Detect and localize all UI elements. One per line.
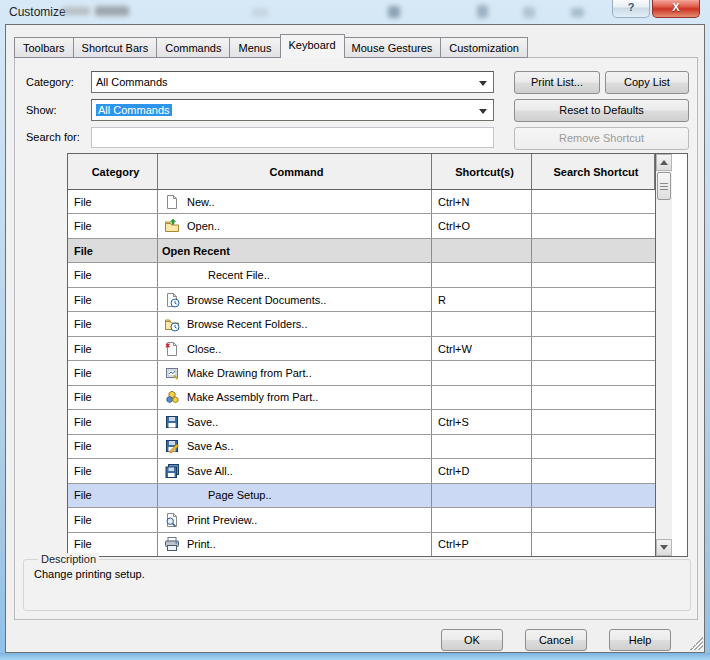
new-document-icon: [164, 194, 180, 210]
table-row[interactable]: File Recent File..: [68, 263, 655, 287]
tab-customization[interactable]: Customization: [441, 37, 528, 58]
tab-shortcut-bars[interactable]: Shortcut Bars: [74, 37, 158, 58]
tab-menus[interactable]: Menus: [230, 37, 280, 58]
row-command: Make Assembly from Part..: [187, 391, 318, 403]
triangle-up-icon: [660, 160, 668, 165]
blurred-decoration: [95, 6, 129, 16]
table-row[interactable]: File Open Recent: [68, 239, 655, 263]
triangle-down-icon: [660, 545, 668, 550]
tab-toolbars[interactable]: Toolbars: [14, 37, 74, 58]
save-all-icon: [164, 463, 180, 479]
save-as-icon: [164, 438, 180, 454]
table-row[interactable]: File Save All.. Ctrl+D: [68, 459, 655, 483]
vertical-scrollbar[interactable]: [655, 154, 672, 556]
column-header-command[interactable]: Command: [158, 154, 432, 189]
table-row[interactable]: File Browse Recent Folders..: [68, 312, 655, 336]
row-category: File: [74, 391, 92, 403]
search-input[interactable]: [91, 127, 494, 148]
remove-shortcut-button[interactable]: Remove Shortcut: [514, 127, 689, 150]
copy-list-label: Copy List: [624, 76, 670, 88]
row-category: File: [74, 538, 92, 550]
tab-mouse-gestures[interactable]: Mouse Gestures: [344, 37, 442, 58]
row-category: File: [74, 465, 92, 477]
row-category: File: [74, 269, 92, 281]
table-row[interactable]: File Save.. Ctrl+S: [68, 410, 655, 434]
print-list-label: Print List...: [531, 76, 583, 88]
copy-list-button[interactable]: Copy List: [605, 71, 689, 94]
row-category: File: [74, 245, 93, 257]
scroll-down-button[interactable]: [656, 539, 672, 556]
make-assembly-icon: [164, 389, 180, 405]
window-frame: Customize ? X ToolbarsShortcut BarsComma…: [0, 0, 710, 660]
window-title: Customize: [9, 5, 66, 19]
row-command: Recent File..: [208, 269, 270, 281]
description-text: Change printing setup.: [34, 568, 145, 580]
table-row[interactable]: File Browse Recent Documents.. R: [68, 288, 655, 312]
row-category: File: [74, 416, 92, 428]
show-dropdown[interactable]: All Commands: [91, 99, 494, 121]
table-row[interactable]: File Open.. Ctrl+O: [68, 214, 655, 238]
row-shortcut: Ctrl+S: [438, 416, 469, 428]
chevron-down-icon: [479, 109, 487, 114]
help-caption-button[interactable]: ?: [612, 0, 650, 18]
row-shortcut: Ctrl+O: [438, 220, 470, 232]
blurred-decoration: [252, 8, 268, 17]
row-command: Save All..: [187, 465, 233, 477]
row-command: New..: [187, 196, 215, 208]
row-command: Open Recent: [162, 245, 230, 257]
remove-shortcut-label: Remove Shortcut: [559, 132, 644, 144]
reset-to-defaults-button[interactable]: Reset to Defaults: [514, 99, 689, 122]
row-command: Print Preview..: [187, 514, 257, 526]
blurred-decoration: [571, 8, 584, 17]
close-button[interactable]: X: [652, 0, 700, 18]
blurred-decoration: [523, 7, 535, 18]
row-category: File: [74, 220, 92, 232]
shortcuts-table: Category Command Shortcut(s) Search Shor…: [67, 153, 688, 557]
print-list-button[interactable]: Print List...: [514, 71, 600, 94]
table-row[interactable]: File Print Preview..: [68, 508, 655, 532]
ok-button[interactable]: OK: [441, 629, 503, 651]
print-preview-icon: [164, 512, 180, 528]
print-icon: [164, 536, 180, 552]
row-category: File: [74, 367, 92, 379]
recent-document-icon: [164, 292, 180, 308]
resize-grip-icon[interactable]: [690, 637, 703, 650]
tabstrip: ToolbarsShortcut BarsCommandsMenusKeyboa…: [14, 34, 528, 58]
cancel-button[interactable]: Cancel: [525, 629, 587, 651]
table-row[interactable]: File Close.. Ctrl+W: [68, 337, 655, 361]
reset-to-defaults-label: Reset to Defaults: [559, 104, 643, 116]
description-label: Description: [38, 553, 99, 565]
titlebar[interactable]: Customize ? X: [0, 0, 710, 25]
table-row[interactable]: File Make Assembly from Part..: [68, 386, 655, 410]
tab-keyboard[interactable]: Keyboard: [280, 34, 345, 58]
column-header-search-shortcut[interactable]: Search Shortcut: [532, 154, 655, 189]
close-document-icon: [164, 341, 180, 357]
column-header-category[interactable]: Category: [68, 154, 158, 189]
row-shortcut: Ctrl+N: [438, 196, 469, 208]
show-value: All Commands: [96, 104, 172, 116]
chevron-down-icon: [479, 81, 487, 86]
category-dropdown[interactable]: All Commands: [91, 71, 494, 93]
row-command: Browse Recent Folders..: [187, 318, 307, 330]
column-header-shortcuts[interactable]: Shortcut(s): [432, 154, 532, 189]
scrollbar-thumb[interactable]: [657, 172, 671, 200]
make-drawing-icon: [164, 365, 180, 381]
ok-label: OK: [464, 634, 480, 646]
cancel-label: Cancel: [539, 634, 573, 646]
table-row[interactable]: File Make Drawing from Part..: [68, 361, 655, 385]
help-button[interactable]: Help: [609, 629, 671, 651]
scroll-up-button[interactable]: [656, 154, 672, 171]
row-category: File: [74, 343, 92, 355]
open-folder-icon: [164, 218, 180, 234]
row-command: Open..: [187, 220, 220, 232]
row-shortcut: Ctrl+W: [438, 343, 472, 355]
table-body: File New.. Ctrl+N File Open.. Ctrl+O Fil…: [68, 190, 655, 556]
tab-commands[interactable]: Commands: [157, 37, 230, 58]
row-category: File: [74, 196, 92, 208]
blurred-decoration: [388, 6, 400, 18]
table-row[interactable]: File New.. Ctrl+N: [68, 190, 655, 214]
row-command: Print..: [187, 538, 216, 550]
table-row[interactable]: File Page Setup..: [68, 484, 655, 508]
table-row[interactable]: File Print.. Ctrl+P: [68, 533, 655, 556]
table-row[interactable]: File Save As..: [68, 435, 655, 459]
